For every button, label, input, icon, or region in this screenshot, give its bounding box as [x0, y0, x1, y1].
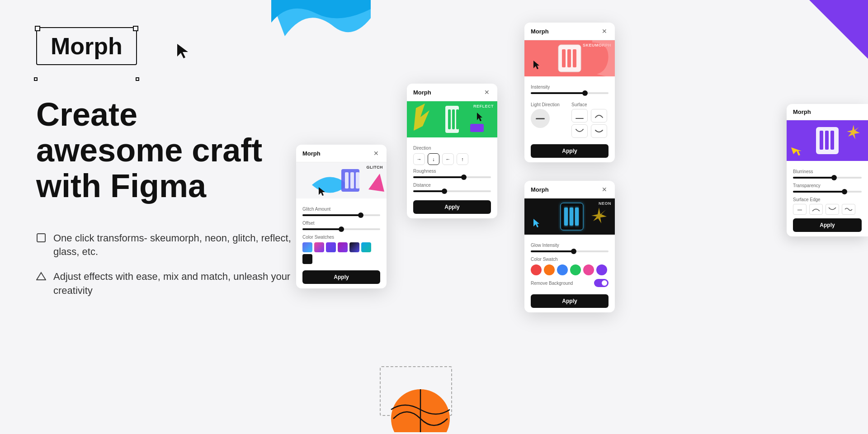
svg-rect-14: [573, 49, 576, 67]
surface-edge-buttons: —: [793, 204, 862, 215]
cursor-arrow-icon: [176, 43, 190, 61]
reflect-dir-right[interactable]: →: [413, 153, 425, 165]
feature-item-2: Adjust effects with ease, mix and match,…: [36, 270, 307, 298]
neon-swatch-blue[interactable]: [557, 264, 568, 275]
badge-text: Morph: [51, 33, 123, 59]
skeumorph-intensity-slider[interactable]: [531, 92, 609, 94]
deco-basketball: [389, 382, 452, 434]
triangle-icon: [36, 271, 46, 281]
skeumorph-panel-body: Instensity Light Direction Surface: [524, 76, 615, 162]
glitch-panel-title: Morph: [302, 150, 321, 157]
neon-close-button[interactable]: ✕: [600, 185, 609, 193]
headline: Create awesome craft with Figma: [36, 97, 307, 204]
glitch-apply-button[interactable]: Apply: [302, 270, 380, 284]
glitch-swatch-1[interactable]: [302, 242, 312, 252]
feature-item-1: One click transforms- skeumorph, neon, g…: [36, 231, 307, 259]
glitch-amount-label: Glitch Amount: [302, 207, 380, 212]
glitch-panel-header: Morph ✕: [296, 145, 387, 162]
surface-btn-convex[interactable]: [809, 204, 823, 215]
neon-glow-slider[interactable]: [531, 250, 609, 252]
skeumorph-preview: SKEUMORPH: [524, 40, 615, 76]
right-panel-body: Blurriness Transparency Surface Edge — A…: [787, 161, 868, 236]
glitch-swatch-2[interactable]: [314, 242, 324, 252]
right-panel-header: Morph: [787, 104, 868, 120]
reflect-apply-button[interactable]: Apply: [413, 200, 491, 214]
neon-color-swatches: [531, 264, 609, 275]
square-icon: [36, 233, 46, 243]
panel-skeumorph: Morph ✕ SKEUMORPH Instensity Light Direc…: [524, 23, 615, 162]
transparency-slider[interactable]: [793, 191, 862, 193]
feature-list: One click transforms- skeumorph, neon, g…: [36, 231, 307, 298]
skeumorph-panel-header: Morph ✕: [524, 23, 615, 40]
glitch-swatch-5[interactable]: [349, 242, 359, 252]
reflect-dir-down[interactable]: ↓: [428, 153, 439, 165]
reflect-preview: REFLECT: [407, 101, 497, 137]
neon-panel-header: Morph ✕: [524, 181, 615, 198]
svg-rect-21: [825, 131, 829, 150]
surface-edge-label: Surface Edge: [793, 197, 862, 202]
reflect-dir-left[interactable]: ←: [442, 153, 454, 165]
reflect-close-button[interactable]: ✕: [483, 88, 491, 96]
svg-rect-12: [562, 49, 566, 67]
skeumorph-light-label: Light Direction: [531, 102, 568, 107]
neon-swatch-purple[interactable]: [596, 264, 607, 275]
skeumorph-intensity-label: Instensity: [531, 85, 609, 90]
reflect-distance-slider[interactable]: [413, 190, 491, 192]
neon-swatch-pink[interactable]: [583, 264, 594, 275]
glitch-amount-slider[interactable]: [302, 214, 380, 216]
deco-blue-shape: [271, 0, 371, 38]
glitch-swatch-6[interactable]: [361, 242, 371, 252]
reflect-panel-header: Morph ✕: [407, 84, 497, 101]
panel-neon: Morph ✕ NEON Glow Intensity Color Swatch: [524, 181, 615, 312]
skeumorph-apply-button[interactable]: Apply: [531, 144, 609, 158]
svg-rect-10: [470, 124, 484, 132]
remove-bg-row: Remove Background: [531, 279, 609, 287]
svg-rect-3: [345, 172, 349, 189]
surface-btn-wave[interactable]: [842, 204, 855, 215]
morph-badge: Morph: [36, 27, 137, 65]
glitch-preview: GLITCH: [296, 162, 387, 198]
neon-apply-button[interactable]: Apply: [531, 294, 609, 308]
remove-bg-toggle[interactable]: [594, 279, 609, 287]
deco-purple-corner: [809, 0, 868, 59]
neon-swatch-green[interactable]: [570, 264, 581, 275]
reflect-panel-body: Direction → ↓ ← ↑ Roughness Distance App…: [407, 137, 497, 218]
svg-rect-8: [452, 109, 455, 129]
svg-rect-9: [456, 109, 459, 129]
glitch-swatches-label: Color Swatches: [302, 235, 380, 240]
right-preview: [787, 120, 868, 161]
right-apply-button[interactable]: Apply: [793, 218, 862, 232]
skeumorph-surface-btn-2[interactable]: [591, 109, 607, 123]
glitch-color-swatches: [302, 242, 380, 264]
glitch-swatch-7[interactable]: [302, 254, 312, 264]
panel-right: Morph Blurriness Transparency Surface Ed…: [787, 104, 868, 236]
skeumorph-panel-title: Morph: [531, 28, 549, 35]
reflect-dir-up[interactable]: ↑: [457, 153, 468, 165]
surface-btn-flat[interactable]: —: [793, 204, 807, 215]
glitch-offset-label: Offset: [302, 221, 380, 226]
neon-panel-body: Glow Intensity Color Swatch Remove Backg…: [524, 235, 615, 312]
glitch-swatch-4[interactable]: [338, 242, 348, 252]
skeumorph-surface-label: Surface: [571, 102, 609, 107]
glitch-close-button[interactable]: ✕: [372, 149, 380, 157]
surface-btn-concave[interactable]: [826, 204, 839, 215]
glitch-offset-slider[interactable]: [302, 228, 380, 230]
reflect-roughness-slider[interactable]: [413, 176, 491, 178]
blurriness-label: Blurriness: [793, 169, 862, 174]
skeumorph-surface-btn-4[interactable]: [591, 124, 607, 138]
svg-rect-16: [564, 208, 568, 226]
svg-rect-17: [570, 208, 573, 226]
right-panel-title: Morph: [793, 108, 811, 115]
transparency-label: Transparency: [793, 183, 862, 188]
skeumorph-close-button[interactable]: ✕: [600, 27, 609, 35]
skeumorph-surface-btn-3[interactable]: [571, 124, 588, 138]
neon-panel-title: Morph: [531, 186, 549, 193]
blurriness-slider[interactable]: [793, 177, 862, 179]
reflect-roughness-label: Roughness: [413, 169, 491, 174]
skeumorph-surface-btn-1[interactable]: [571, 109, 588, 123]
svg-rect-18: [575, 208, 579, 226]
glitch-swatch-3[interactable]: [326, 242, 336, 252]
neon-swatch-red[interactable]: [531, 264, 542, 275]
reflect-direction-label: Direction: [413, 146, 491, 151]
neon-swatch-orange[interactable]: [544, 264, 555, 275]
